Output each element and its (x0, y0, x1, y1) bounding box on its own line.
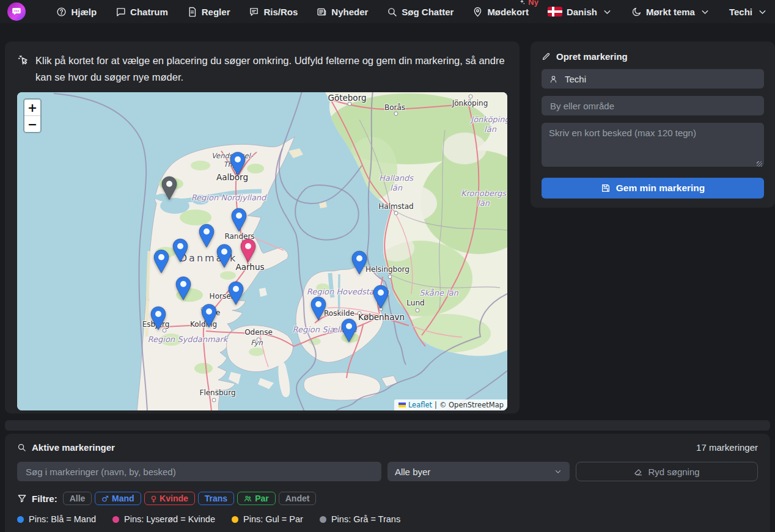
name-field[interactable] (564, 73, 757, 85)
mand-symbol-icon: ♂ (101, 494, 109, 503)
ukraine-flag-icon (399, 403, 406, 407)
city-filter-value: Alle byer (395, 467, 430, 477)
legend-dot-icon (320, 516, 326, 523)
legend-item: Pins: Lyserød = Kvinde (112, 514, 215, 524)
city-filter-select[interactable]: Alle byer (388, 462, 570, 481)
clear-search-button[interactable]: Ryd søgning (576, 462, 758, 481)
legend-item-label: Pins: Gul = Par (243, 514, 303, 524)
message-field-wrap (542, 123, 764, 169)
nav-item-help[interactable]: Hjælp (56, 7, 97, 17)
filter-chips: Alle♂Mand♀KvindeTransParAndet (63, 492, 317, 505)
save-marker-button[interactable]: Gem min markering (542, 178, 764, 199)
chevron-down-icon (602, 7, 612, 17)
search-icon (17, 443, 26, 452)
map-terrain (17, 92, 507, 410)
nav-item-news[interactable]: Nyheder (317, 7, 368, 17)
document-icon (187, 7, 197, 17)
marker-search-input[interactable] (24, 466, 374, 478)
pin-legend: Pins: Blå = MandPins: Lyserød = KvindePi… (17, 514, 758, 524)
active-markers-title: Aktive markeringer (17, 442, 115, 453)
active-markers-title-text: Aktive markeringer (32, 442, 115, 453)
osm-attribution[interactable]: © OpenStreetMap (439, 401, 504, 409)
eraser-icon (634, 467, 643, 476)
create-marker-panel: Opret markering Gem min markering (531, 42, 775, 208)
active-markers-panel: Aktive markeringer 17 markeringer Alle b… (5, 434, 770, 532)
collapsed-section (5, 420, 770, 431)
map-card: Klik på kortet for at vælge en placering… (5, 42, 520, 414)
legend-item: Pins: Grå = Trans (320, 514, 400, 524)
filter-chip-label: Par (255, 494, 269, 503)
marker-count: 17 markeringer (696, 442, 758, 453)
map[interactable]: GöteborgBoråsJönköpingJönköpinglänHallan… (17, 92, 507, 410)
news-icon (317, 7, 327, 17)
top-nav: HjælpChatrumReglerRis/RosNyhederSøg Chat… (0, 0, 775, 23)
nav-item-news-label: Nyheder (331, 7, 368, 17)
pencil-icon (542, 52, 551, 61)
legend-dot-icon (232, 516, 238, 523)
nav-item-chatrooms[interactable]: Chatrum (116, 7, 168, 17)
attribution-separator: | (435, 401, 437, 409)
filter-label-text: Filtre: (32, 494, 57, 504)
help-icon (56, 7, 67, 17)
nav-item-rules-label: Regler (202, 7, 230, 17)
filter-chip-kvinde[interactable]: ♀Kvinde (144, 492, 195, 505)
language-selector[interactable]: Danish (548, 7, 612, 17)
site-logo chat-bubble-logo-icon[interactable] (7, 2, 26, 21)
name-field-wrap (542, 69, 764, 89)
filter-chip-andet[interactable]: Andet (279, 492, 317, 505)
city-field[interactable] (549, 100, 757, 112)
legend-item-label: Pins: Blå = Mand (29, 514, 96, 524)
chevron-down-icon (554, 467, 562, 476)
map-zoom-in-button[interactable]: + (24, 100, 40, 115)
nav-item-chatrooms-label: Chatrum (130, 7, 168, 17)
user-menu[interactable]: Techi (729, 7, 768, 17)
filter-chip-label: Kvinde (160, 494, 188, 503)
legend-item-label: Pins: Lyserød = Kvinde (124, 514, 215, 524)
theme-selector[interactable]: Mørkt tema (631, 7, 710, 17)
save-icon (601, 183, 611, 193)
filter-chip-alle[interactable]: Alle (63, 492, 92, 505)
create-panel-title-text: Opret markering (556, 51, 628, 62)
filter-chip-par[interactable]: Par (237, 492, 276, 505)
message-field[interactable] (542, 123, 764, 167)
marker-search-wrap (17, 462, 381, 481)
filter-chip-label: Mand (112, 494, 134, 503)
filter-chip-label: Andet (285, 494, 310, 503)
legend-dot-icon (112, 516, 119, 523)
nav-item-feedback[interactable]: Ris/Ros (249, 7, 298, 17)
user-menu-label: Techi (729, 7, 752, 17)
filter-chip-trans[interactable]: Trans (198, 492, 234, 505)
resize-grip-icon[interactable] (757, 161, 762, 167)
nav-item-search-chatters[interactable]: Søg Chatter (387, 7, 454, 17)
funnel-icon (17, 494, 27, 503)
map-attribution: Leaflet | © OpenStreetMap (394, 399, 507, 410)
nav-item-rules[interactable]: Regler (187, 7, 230, 17)
map-instructions-text: Klik på kortet for at vælge en placering… (35, 53, 510, 86)
language-label: Danish (567, 7, 597, 17)
nav-menu: HjælpChatrumReglerRis/RosNyhederSøg Chat… (56, 7, 768, 17)
legend-item-label: Pins: Grå = Trans (331, 514, 400, 524)
legend-item: Pins: Blå = Mand (17, 514, 96, 524)
new-badge-text: Ny (528, 0, 538, 7)
page: HjælpChatrumReglerRis/RosNyhederSøg Chat… (0, 0, 775, 532)
clear-search-button-label: Ryd søgning (648, 467, 699, 477)
nav-item-meet-map[interactable]: MødekortNy (472, 7, 529, 17)
legend-item: Pins: Gul = Par (232, 514, 303, 524)
sparkle-icon (516, 0, 527, 7)
chat-icon (116, 7, 126, 17)
legend-dot-icon (17, 516, 24, 523)
moon-icon (631, 7, 642, 17)
nav-item-meet-map-label: Mødekort (487, 7, 529, 17)
create-panel-title: Opret markering (542, 51, 764, 62)
search-icon (387, 7, 397, 17)
save-marker-button-label: Gem min markering (616, 183, 705, 194)
map-instructions: Klik på kortet for at vælge en placering… (17, 53, 510, 86)
active-markers-controls: Alle byer Ryd søgning (17, 462, 758, 481)
kvinde-symbol-icon: ♀ (151, 494, 157, 503)
new-badge: Ny (516, 0, 538, 7)
filter-label: Filtre: (17, 494, 57, 504)
person-icon (549, 75, 558, 84)
map-zoom-out-button[interactable]: − (24, 115, 40, 132)
filter-chip-mand[interactable]: ♂Mand (95, 492, 141, 505)
leaflet-link[interactable]: Leaflet (408, 401, 432, 409)
